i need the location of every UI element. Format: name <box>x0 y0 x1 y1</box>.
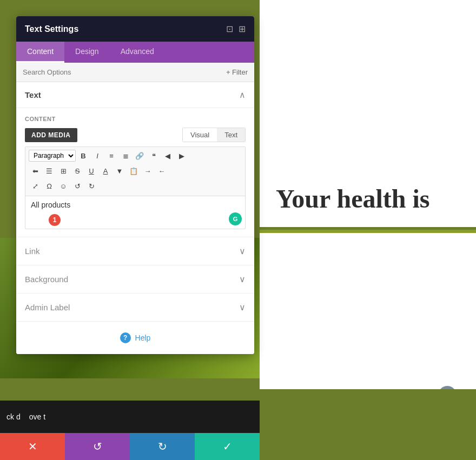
text-view-button[interactable]: Text <box>217 128 245 142</box>
toolbar-row-3: ⤢ Ω ☺ ↺ ↻ <box>29 179 242 192</box>
strikethrough-button[interactable]: S <box>71 164 84 177</box>
editor-top-bar: ADD MEDIA Visual Text <box>25 128 246 142</box>
tab-content[interactable]: Content <box>16 42 64 63</box>
admin-label-section-header[interactable]: Admin Label ∨ <box>16 294 254 322</box>
confirm-button[interactable]: ✓ <box>195 433 260 460</box>
background-section-header[interactable]: Background ∨ <box>16 265 254 294</box>
tab-design[interactable]: Design <box>64 42 110 63</box>
link-chevron: ∨ <box>239 246 246 256</box>
columns-icon[interactable]: ⊞ <box>239 24 246 34</box>
paragraph-select[interactable]: Paragraph <box>29 150 76 162</box>
search-bar: + Filter <box>16 63 254 82</box>
panel-header-icons: ⊡ ⊞ <box>226 24 246 34</box>
justify-button[interactable]: ☰ <box>43 164 56 177</box>
outdent-button[interactable]: ← <box>155 164 168 177</box>
cancel-button[interactable]: ✕ <box>0 433 65 460</box>
dark-strip: ck d ove t <box>0 401 260 433</box>
fullscreen-button[interactable]: ⤢ <box>29 179 42 192</box>
dark-strip-text2: ove t <box>29 412 45 421</box>
help-text[interactable]: Help <box>135 334 151 342</box>
headline-text: Your health is <box>276 184 430 214</box>
bold-button[interactable]: B <box>77 149 90 162</box>
link-section-header[interactable]: Link ∨ <box>16 237 254 265</box>
italic-button[interactable]: I <box>91 149 104 162</box>
admin-label-section-title: Admin Label <box>25 303 70 312</box>
ordered-list-button[interactable]: ≣ <box>119 149 132 162</box>
text-section-header[interactable]: Text ∧ <box>16 82 254 108</box>
help-section: ? Help <box>16 322 254 354</box>
link-button[interactable]: 🔗 <box>133 149 146 162</box>
paste-button[interactable]: 📋 <box>127 164 140 177</box>
editor-text: All products <box>31 201 70 209</box>
undo-button[interactable]: ↺ <box>65 433 130 460</box>
dark-strip-text1: ck d <box>6 412 21 421</box>
table-button[interactable]: ⊞ <box>57 164 70 177</box>
emoji-button[interactable]: ☺ <box>57 179 70 192</box>
align-left2-button[interactable]: ⬅ <box>29 164 42 177</box>
content-label: Content <box>25 116 246 122</box>
unordered-list-button[interactable]: ≡ <box>105 149 118 162</box>
panel-header: Text Settings ⊡ ⊞ <box>16 16 254 42</box>
redo-button[interactable]: ↻ <box>130 433 195 460</box>
undo-editor-button[interactable]: ↺ <box>71 179 84 192</box>
blockquote-button[interactable]: ❝ <box>147 149 160 162</box>
admin-label-chevron: ∨ <box>239 302 246 312</box>
settings-panel: Text Settings ⊡ ⊞ Content Design Advance… <box>16 16 254 354</box>
omega-button[interactable]: Ω <box>43 179 56 192</box>
toolbar-row-1: Paragraph B I ≡ ≣ 🔗 ❝ ◀ ▶ <box>29 149 242 162</box>
underline-button[interactable]: U <box>85 164 98 177</box>
indent-button[interactable]: → <box>141 164 154 177</box>
text-section-title: Text <box>25 90 41 99</box>
filter-button[interactable]: + Filter <box>226 68 248 76</box>
visual-view-button[interactable]: Visual <box>183 128 217 142</box>
page-white-middle <box>260 232 476 400</box>
editor-toolbar: Paragraph B I ≡ ≣ 🔗 ❝ ◀ ▶ ⬅ ☰ ⊞ <box>25 147 245 196</box>
search-input[interactable] <box>23 68 226 76</box>
expand-icon[interactable]: ⊡ <box>226 24 233 34</box>
align-left-button[interactable]: ◀ <box>161 149 174 162</box>
toolbar-row-2: ⬅ ☰ ⊞ S U A ▼ 📋 → ← <box>29 164 242 177</box>
align-right-button[interactable]: ▶ <box>175 149 188 162</box>
font-color2-button[interactable]: ▼ <box>113 164 126 177</box>
step-badge: 1 <box>49 214 61 226</box>
panel-body: Text ∧ Content ADD MEDIA Visual Text P <box>16 82 254 354</box>
link-section-title: Link <box>25 246 40 256</box>
view-toggle: Visual Text <box>182 128 246 142</box>
panel-title: Text Settings <box>25 24 78 34</box>
help-icon[interactable]: ? <box>120 332 131 343</box>
text-section-chevron: ∧ <box>239 90 246 100</box>
redo-editor-button[interactable]: ↻ <box>85 179 98 192</box>
font-color-button[interactable]: A <box>99 164 112 177</box>
divider <box>260 230 476 233</box>
tab-advanced[interactable]: Advanced <box>110 42 165 63</box>
background-chevron: ∨ <box>239 274 246 284</box>
bottom-toolbar: ✕ ↺ ↻ ✓ <box>0 433 260 460</box>
add-media-button[interactable]: ADD MEDIA <box>25 128 77 142</box>
grammarly-icon: G <box>229 212 242 225</box>
background-section-title: Background <box>25 275 68 284</box>
page-green-bottom <box>260 389 476 460</box>
panel-tabs: Content Design Advanced <box>16 42 254 63</box>
